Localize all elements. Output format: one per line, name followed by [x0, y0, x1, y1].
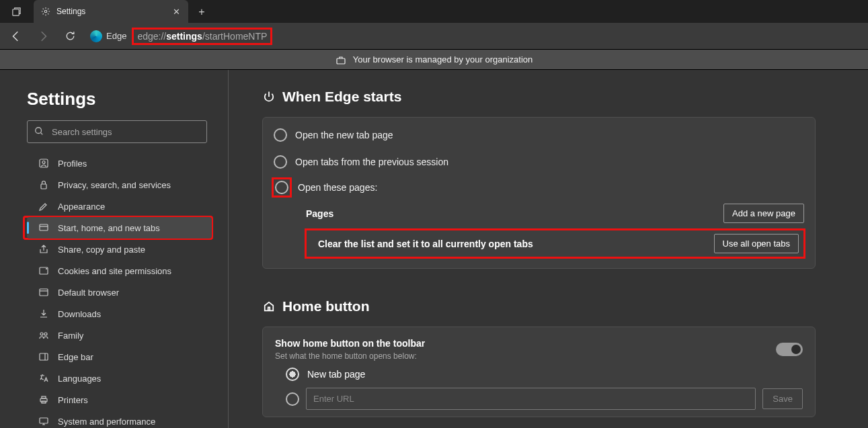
- radio-icon: [286, 368, 299, 381]
- svg-point-3: [36, 128, 42, 134]
- sidebar-icon: [38, 351, 50, 363]
- radio-open-previous[interactable]: Open tabs from the previous session: [263, 148, 815, 175]
- svg-rect-17: [40, 418, 48, 423]
- back-button[interactable]: [4, 26, 28, 47]
- forward-button[interactable]: [31, 26, 55, 47]
- sidebar-item-profiles[interactable]: Profiles: [27, 153, 212, 174]
- home-button-card: Show home button on the toolbar Set what…: [262, 327, 816, 417]
- svg-point-11: [40, 333, 43, 335]
- radio-home-url[interactable]: [286, 392, 299, 406]
- toolbar: Edge edge://settings/startHomeNTP: [0, 23, 868, 50]
- settings-sidebar: Settings Profiles Privacy, search, and s…: [0, 70, 229, 428]
- sidebar-item-start-highlight: Start, home, and new tabs: [24, 217, 212, 239]
- pages-label: Pages: [306, 208, 333, 219]
- close-tab-button[interactable]: ✕: [171, 6, 182, 17]
- printer-icon: [38, 394, 50, 406]
- managed-banner: Your browser is managed by your organiza…: [0, 50, 868, 70]
- cookie-icon: [38, 265, 50, 277]
- svg-rect-0: [12, 9, 18, 15]
- search-input[interactable]: [52, 127, 200, 137]
- edge-logo-icon: [90, 30, 102, 42]
- svg-rect-7: [40, 224, 48, 230]
- radio-icon: [274, 155, 287, 169]
- radio-home-newtab[interactable]: New tab page: [275, 361, 803, 385]
- radio-icon: [274, 128, 287, 142]
- startup-card: Open the new tab page Open tabs from the…: [262, 117, 816, 269]
- tab-label: Settings: [56, 7, 171, 16]
- tab-actions-button[interactable]: [0, 0, 32, 23]
- svg-point-12: [44, 333, 47, 335]
- site-identity[interactable]: Edge: [90, 30, 126, 42]
- show-home-title: Show home button on the toolbar: [275, 338, 425, 349]
- sidebar-item-default-browser[interactable]: Default browser: [27, 282, 212, 303]
- share-icon: [38, 243, 50, 255]
- show-home-subtitle: Set what the home button opens below:: [275, 351, 425, 361]
- pages-header-row: Pages Add a new page: [306, 200, 804, 227]
- titlebar: Settings ✕ +: [0, 0, 868, 23]
- home-icon: [262, 300, 276, 313]
- svg-rect-15: [42, 396, 46, 398]
- browser-icon: [38, 286, 50, 298]
- sidebar-item-downloads[interactable]: Downloads: [27, 303, 212, 325]
- svg-rect-6: [41, 184, 46, 189]
- sidebar-item-family[interactable]: Family: [27, 325, 212, 346]
- clear-list-label: Clear the list and set it to all current…: [306, 239, 533, 249]
- power-icon: [262, 90, 276, 103]
- system-icon: [38, 415, 50, 427]
- sidebar-item-printers[interactable]: Printers: [27, 389, 212, 411]
- settings-main: When Edge starts Open the new tab page O…: [229, 70, 868, 428]
- radio-icon: [275, 181, 288, 194]
- add-new-page-button[interactable]: Add a new page: [723, 204, 804, 223]
- radio-open-new-tab[interactable]: Open the new tab page: [263, 122, 815, 148]
- sidebar-item-edgebar[interactable]: Edge bar: [27, 346, 212, 368]
- svg-point-5: [42, 161, 45, 164]
- show-home-row: Show home button on the toolbar Set what…: [275, 338, 803, 361]
- briefcase-icon: [336, 55, 346, 66]
- radio-open-these-pages[interactable]: Open these pages:: [263, 175, 815, 200]
- gear-icon: [40, 6, 51, 17]
- use-all-open-tabs-button[interactable]: Use all open tabs: [714, 234, 799, 253]
- svg-rect-13: [40, 353, 48, 360]
- family-icon: [38, 329, 50, 341]
- lock-icon: [38, 179, 50, 191]
- tab-settings[interactable]: Settings ✕: [34, 0, 188, 23]
- section-home-button: Home button: [262, 298, 816, 314]
- clear-list-row-highlight: Clear the list and set it to all current…: [306, 230, 804, 257]
- home-url-input[interactable]: [306, 388, 756, 410]
- edge-label: Edge: [106, 31, 126, 41]
- search-icon: [34, 126, 45, 137]
- address-bar[interactable]: edge://settings/startHomeNTP: [137, 31, 267, 42]
- address-bar-highlight: edge://settings/startHomeNTP: [133, 29, 271, 44]
- sidebar-item-privacy[interactable]: Privacy, search, and services: [27, 174, 212, 196]
- section-when-edge-starts: When Edge starts: [262, 89, 816, 105]
- sidebar-item-appearance[interactable]: Appearance: [27, 196, 212, 217]
- paint-icon: [38, 200, 50, 212]
- svg-rect-10: [40, 289, 48, 296]
- sidebar-item-system[interactable]: System and performance: [27, 411, 212, 428]
- save-home-url-button[interactable]: Save: [762, 388, 803, 409]
- svg-rect-2: [337, 58, 345, 64]
- svg-point-1: [44, 10, 47, 13]
- sidebar-item-cookies[interactable]: Cookies and site permissions: [27, 260, 212, 282]
- settings-title: Settings: [27, 89, 212, 110]
- show-home-toggle[interactable]: [776, 343, 803, 356]
- power-icon: [38, 222, 50, 234]
- sidebar-item-languages[interactable]: Languages: [27, 368, 212, 389]
- refresh-button[interactable]: [58, 26, 82, 47]
- radio-highlight: [274, 179, 290, 196]
- search-settings[interactable]: [27, 120, 207, 143]
- managed-text: Your browser is managed by your organiza…: [353, 54, 533, 65]
- language-icon: [38, 372, 50, 384]
- new-tab-button[interactable]: +: [191, 1, 212, 23]
- sidebar-item-start-home-newtabs[interactable]: Start, home, and new tabs: [27, 217, 212, 239]
- svg-point-9: [46, 269, 47, 269]
- profile-icon: [38, 157, 50, 169]
- sidebar-item-share[interactable]: Share, copy and paste: [27, 239, 212, 260]
- download-icon: [38, 308, 50, 320]
